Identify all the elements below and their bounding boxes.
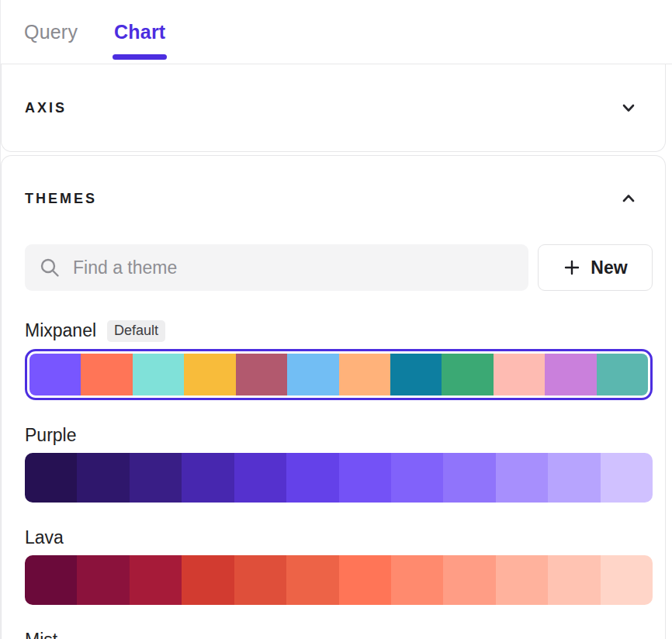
color-swatch	[234, 453, 286, 503]
color-swatch	[601, 555, 653, 605]
theme-label-row: Lava	[25, 527, 653, 548]
color-swatch	[548, 555, 600, 605]
axis-section-title: AXIS	[25, 100, 67, 116]
color-swatch	[391, 453, 443, 503]
color-swatch	[287, 354, 338, 395]
plus-icon	[563, 258, 581, 277]
color-swatch	[545, 354, 596, 395]
color-swatch	[236, 354, 287, 395]
color-swatch	[182, 453, 234, 503]
color-swatch	[25, 555, 77, 605]
color-swatch	[601, 453, 653, 503]
theme-item: Lava	[25, 527, 653, 605]
theme-search-box[interactable]	[25, 244, 528, 291]
chevron-up-icon[interactable]	[620, 190, 637, 207]
color-swatch	[184, 354, 235, 395]
color-swatch	[29, 354, 81, 395]
theme-item: Purple	[25, 425, 653, 503]
axis-section-header[interactable]: AXIS	[1, 64, 666, 152]
themes-section: THEMES New MixpanelDefaultPurpl	[1, 155, 666, 639]
theme-name: Mixpanel	[25, 320, 96, 341]
new-theme-button[interactable]: New	[538, 244, 653, 291]
default-theme-badge: Default	[107, 320, 165, 342]
theme-label-row: Mist	[25, 630, 653, 639]
color-swatch	[339, 555, 391, 605]
color-swatch	[77, 453, 129, 503]
theme-swatch-row[interactable]	[25, 555, 653, 605]
color-swatch	[496, 453, 548, 503]
themes-section-title: THEMES	[25, 191, 97, 207]
color-swatch	[234, 555, 286, 605]
color-swatch	[182, 555, 234, 605]
color-swatch	[133, 354, 184, 395]
theme-label-row: Purple	[25, 425, 653, 446]
theme-swatch-row[interactable]	[29, 354, 648, 395]
color-swatch	[77, 555, 129, 605]
color-swatch	[130, 555, 182, 605]
color-swatch	[286, 555, 338, 605]
color-swatch	[339, 354, 390, 395]
tab-chart[interactable]: Chart	[114, 0, 165, 64]
color-swatch	[339, 453, 391, 503]
themes-section-header[interactable]: THEMES	[25, 190, 656, 207]
tab-query-label: Query	[24, 21, 78, 43]
theme-item: Mist	[25, 630, 653, 639]
chart-settings-panel: Query Chart AXIS THEMES	[0, 0, 672, 639]
color-swatch	[597, 354, 648, 395]
search-input[interactable]	[71, 257, 514, 279]
color-swatch	[25, 453, 77, 503]
theme-list: MixpanelDefaultPurpleLavaMist	[25, 320, 653, 639]
selected-theme-ring	[25, 349, 653, 400]
search-icon	[39, 257, 61, 278]
color-swatch	[286, 453, 338, 503]
tab-query[interactable]: Query	[24, 0, 78, 64]
color-swatch	[81, 354, 132, 395]
theme-name: Lava	[25, 527, 64, 548]
new-theme-button-label: New	[591, 257, 627, 278]
chevron-down-icon[interactable]	[620, 99, 637, 116]
theme-item: MixpanelDefault	[25, 320, 653, 400]
color-swatch	[442, 354, 493, 395]
color-swatch	[443, 453, 495, 503]
color-swatch	[548, 453, 600, 503]
color-swatch	[443, 555, 495, 605]
theme-label-row: MixpanelDefault	[25, 320, 653, 342]
active-tab-underline	[113, 54, 167, 60]
color-swatch	[391, 555, 443, 605]
tab-chart-label: Chart	[114, 21, 165, 43]
theme-swatch-row[interactable]	[25, 453, 653, 503]
color-swatch	[494, 354, 545, 395]
color-swatch	[390, 354, 442, 395]
tab-bar: Query Chart	[1, 0, 672, 64]
theme-name: Purple	[25, 425, 76, 446]
color-swatch	[496, 555, 548, 605]
theme-search-row: New	[25, 244, 653, 291]
theme-name: Mist	[25, 630, 57, 639]
color-swatch	[130, 453, 182, 503]
